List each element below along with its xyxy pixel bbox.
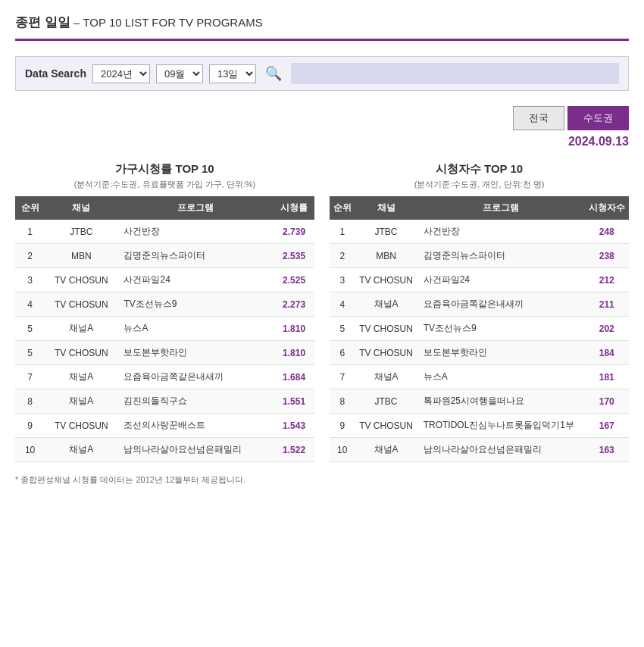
rank-cell: 6 bbox=[330, 341, 355, 365]
program-cell: 김명준의뉴스파이터 bbox=[117, 244, 274, 268]
table-row: 8 JTBC 톡파원25시여행을떠나요 170 bbox=[330, 389, 629, 414]
rank-cell: 5 bbox=[15, 317, 45, 341]
region-buttons: 전국 수도권 bbox=[15, 106, 629, 130]
rank-cell: 4 bbox=[15, 292, 45, 317]
page-main-title: 종편 일일 bbox=[15, 15, 70, 30]
program-cell: 조선의사랑꾼배스트 bbox=[117, 414, 274, 438]
channel-cell: MBN bbox=[45, 244, 117, 268]
col-rank-1: 순위 bbox=[15, 196, 45, 220]
channel-cell: JTBC bbox=[45, 220, 117, 244]
viewers-cell: 211 bbox=[584, 292, 629, 317]
channel-cell: TV CHOSUN bbox=[45, 414, 117, 438]
channel-cell: 채널A bbox=[45, 317, 117, 341]
rank-cell: 7 bbox=[330, 365, 355, 389]
program-cell: 남의나라살아요선넘은패밀리 bbox=[117, 438, 274, 462]
rank-cell: 10 bbox=[330, 438, 355, 462]
col-channel-1: 채널 bbox=[45, 196, 117, 220]
program-cell: 사건파일24 bbox=[117, 268, 274, 292]
channel-cell: 채널A bbox=[45, 365, 117, 389]
table1-subtitle: (분석기준:수도권, 유료플랫폼 가입 가구, 단위:%) bbox=[15, 179, 314, 190]
rating-cell: 1.522 bbox=[274, 438, 314, 462]
viewers-cell: 238 bbox=[584, 244, 629, 268]
program-cell: 김명준의뉴스파이터 bbox=[417, 244, 585, 268]
program-cell: 톡파원25시여행을떠나요 bbox=[417, 389, 585, 414]
month-select[interactable]: 09월 bbox=[156, 64, 203, 83]
household-rating-section: 가구시청률 TOP 10 (분석기준:수도권, 유료플랫폼 가입 가구, 단위:… bbox=[15, 162, 314, 462]
viewer-count-table: 순위 채널 프로그램 시청자수 1 JTBC 사건반장 248 2 MBN 김명… bbox=[330, 196, 629, 462]
col-channel-2: 채널 bbox=[355, 196, 417, 220]
search-bar: Data Search 2024년 09월 13일 🔍 bbox=[15, 56, 629, 91]
rating-cell: 1.551 bbox=[274, 389, 314, 414]
rating-cell: 1.684 bbox=[274, 365, 314, 389]
table-row: 9 TV CHOSUN 조선의사랑꾼배스트 1.543 bbox=[15, 414, 314, 438]
search-input[interactable] bbox=[291, 63, 619, 84]
viewers-cell: 184 bbox=[584, 341, 629, 365]
channel-cell: 채널A bbox=[355, 292, 417, 317]
viewers-cell: 181 bbox=[584, 365, 629, 389]
program-cell: 남의나라살아요선넘은패밀리 bbox=[417, 438, 585, 462]
viewer-count-section: 시청자수 TOP 10 (분석기준:수도권, 개인, 단위:천 명) 순위 채널… bbox=[330, 162, 629, 462]
rating-cell: 1.810 bbox=[274, 317, 314, 341]
col-program-2: 프로그램 bbox=[417, 196, 585, 220]
table-row: 6 TV CHOSUN 보도본부핫라인 184 bbox=[330, 341, 629, 365]
program-cell: TV조선뉴스9 bbox=[117, 292, 274, 317]
channel-cell: 채널A bbox=[45, 438, 117, 462]
search-button[interactable]: 🔍 bbox=[262, 65, 285, 82]
region-btn-nationwide[interactable]: 전국 bbox=[513, 106, 564, 130]
rating-cell: 1.810 bbox=[274, 341, 314, 365]
program-cell: 사건파일24 bbox=[417, 268, 585, 292]
search-label: Data Search bbox=[25, 67, 86, 80]
rating-cell: 2.535 bbox=[274, 244, 314, 268]
rank-cell: 2 bbox=[15, 244, 45, 268]
col-rating-1: 시청률 bbox=[274, 196, 314, 220]
rank-cell: 9 bbox=[15, 414, 45, 438]
viewers-cell: 167 bbox=[584, 414, 629, 438]
program-cell: 보도본부핫라인 bbox=[417, 341, 585, 365]
table-row: 1 JTBC 사건반장 2.739 bbox=[15, 220, 314, 244]
table-row: 2 MBN 김명준의뉴스파이터 238 bbox=[330, 244, 629, 268]
table-row: 7 채널A 요즘육아금쪽같은내새끼 1.684 bbox=[15, 365, 314, 389]
program-cell: 사건반장 bbox=[117, 220, 274, 244]
program-cell: 뉴스A bbox=[117, 317, 274, 341]
table-row: 1 JTBC 사건반장 248 bbox=[330, 220, 629, 244]
table-row: 4 채널A 요즘육아금쪽같은내새끼 211 bbox=[330, 292, 629, 317]
viewers-cell: 163 bbox=[584, 438, 629, 462]
table-row: 3 TV CHOSUN 사건파일24 212 bbox=[330, 268, 629, 292]
year-select[interactable]: 2024년 bbox=[92, 64, 150, 83]
rank-cell: 3 bbox=[330, 268, 355, 292]
channel-cell: TV CHOSUN bbox=[45, 268, 117, 292]
page-subtitle: – TOP 10 LIST FOR TV PROGRAMS bbox=[73, 16, 263, 29]
rank-cell: 7 bbox=[15, 365, 45, 389]
channel-cell: 채널A bbox=[45, 389, 117, 414]
rank-cell: 8 bbox=[330, 389, 355, 414]
rank-cell: 3 bbox=[15, 268, 45, 292]
program-cell: 뉴스A bbox=[417, 365, 585, 389]
program-cell: 사건반장 bbox=[417, 220, 585, 244]
table-row: 10 채널A 남의나라살아요선넘은패밀리 1.522 bbox=[15, 438, 314, 462]
table-row: 9 TV CHOSUN TROTIDOL진심누나트롯돌입덕기1부 167 bbox=[330, 414, 629, 438]
viewers-cell: 212 bbox=[584, 268, 629, 292]
program-cell: 김진의돌직구쇼 bbox=[117, 389, 274, 414]
channel-cell: TV CHOSUN bbox=[355, 317, 417, 341]
header-title: 종편 일일 – TOP 10 LIST FOR TV PROGRAMS bbox=[15, 14, 629, 31]
rank-cell: 1 bbox=[330, 220, 355, 244]
rating-cell: 1.543 bbox=[274, 414, 314, 438]
channel-cell: TV CHOSUN bbox=[355, 341, 417, 365]
household-rating-table: 순위 채널 프로그램 시청률 1 JTBC 사건반장 2.739 2 MBN 김… bbox=[15, 196, 314, 462]
rank-cell: 9 bbox=[330, 414, 355, 438]
channel-cell: 채널A bbox=[355, 365, 417, 389]
page-wrapper: 종편 일일 – TOP 10 LIST FOR TV PROGRAMS Data… bbox=[0, 0, 644, 508]
region-btn-metro[interactable]: 수도권 bbox=[567, 106, 629, 130]
table-row: 2 MBN 김명준의뉴스파이터 2.535 bbox=[15, 244, 314, 268]
rank-cell: 5 bbox=[15, 341, 45, 365]
rating-cell: 2.739 bbox=[274, 220, 314, 244]
table-row: 10 채널A 남의나라살아요선넘은패밀리 163 bbox=[330, 438, 629, 462]
table2-title: 시청자수 TOP 10 bbox=[330, 162, 629, 177]
rank-cell: 2 bbox=[330, 244, 355, 268]
day-select[interactable]: 13일 bbox=[209, 64, 256, 83]
table2-subtitle: (분석기준:수도권, 개인, 단위:천 명) bbox=[330, 179, 629, 190]
channel-cell: TV CHOSUN bbox=[355, 414, 417, 438]
rating-cell: 2.525 bbox=[274, 268, 314, 292]
channel-cell: TV CHOSUN bbox=[355, 268, 417, 292]
table-row: 5 채널A 뉴스A 1.810 bbox=[15, 317, 314, 341]
